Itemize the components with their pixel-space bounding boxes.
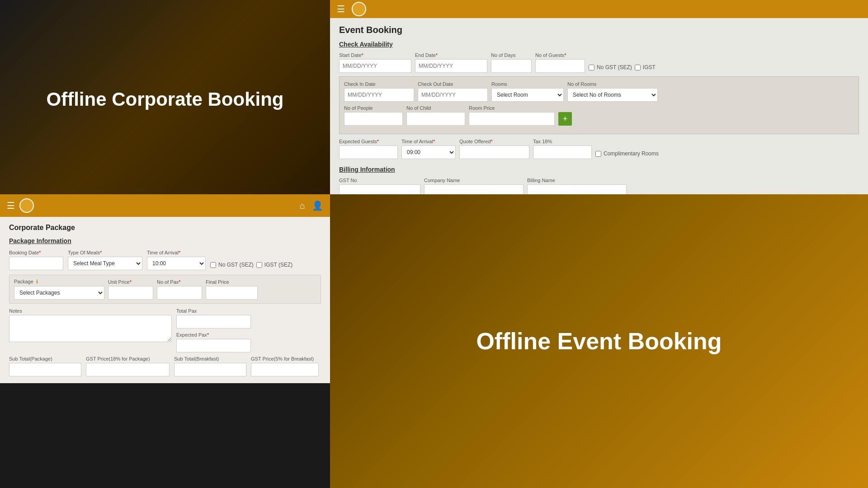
event-booking-panel: Event Booking Check Availability Start D… [330, 18, 868, 208]
corp-igst-label: IGST (SEZ) [256, 262, 292, 268]
gst-price-breakfast-label: GST Price(5% for Breakfast) [251, 356, 319, 361]
billing-information-section: Billing Information GST No Company Name … [339, 166, 859, 198]
corp-no-gst-checkbox[interactable] [210, 262, 216, 268]
corp-time-arrival-select[interactable]: 10:00 [147, 257, 206, 270]
expected-pax-label: Expected Pax [176, 332, 251, 338]
no-rooms-field: No of Rooms Select No of Rooms [567, 81, 658, 102]
guests-arrival-row: Expected Guests Time of Arrival 09:00 Qu… [339, 139, 859, 159]
gst-price-package-field: GST Price(18% for Package) [86, 356, 170, 376]
no-pax-input[interactable] [157, 286, 202, 300]
room-price-field: Room Price [469, 105, 555, 126]
sub-total-breakfast-field: Sub Total(Breakfast) [174, 356, 246, 376]
no-child-field: No of Child [406, 105, 465, 126]
expected-guests-field: Expected Guests [339, 139, 398, 159]
expected-pax-input[interactable] [176, 339, 251, 352]
tax18-input[interactable] [533, 145, 592, 159]
expected-guests-input[interactable] [339, 145, 398, 159]
corp-time-arrival-label: Time of Arrival [147, 250, 206, 255]
sub-total-package-label: Sub Total(Package) [9, 356, 81, 361]
no-gst-label: No GST (SEZ) [597, 64, 632, 70]
sub-total-package-field: Sub Total(Package) [9, 356, 81, 376]
booking-date-field: Booking Date 28/Dec/2023 [9, 250, 63, 270]
gst-price-breakfast-field: GST Price(5% for Breakfast) [251, 356, 319, 376]
no-rooms-select[interactable]: Select No of Rooms [567, 88, 658, 102]
corporate-package-title: Corporate Package [9, 224, 321, 232]
gst-price-package-input[interactable] [86, 363, 170, 376]
home-icon-button[interactable]: ⌂ [300, 201, 305, 211]
no-guests-input[interactable] [535, 59, 585, 73]
corp-igst-text: IGST (SEZ) [264, 262, 292, 268]
corp-igst-checkbox[interactable] [256, 262, 262, 268]
unit-price-input[interactable] [108, 286, 153, 300]
start-date-input[interactable] [339, 59, 411, 73]
complimentary-rooms-checkbox[interactable] [595, 151, 601, 157]
package-select[interactable]: Select Packages [14, 286, 104, 300]
date-row-1: Start Date End Date No of Days No of Gue… [339, 52, 859, 73]
gst-price-breakfast-input[interactable] [251, 363, 319, 376]
time-arrival-select[interactable]: 09:00 [401, 145, 456, 159]
subtotals-row: Sub Total(Package) GST Price(18% for Pac… [9, 356, 321, 376]
left-panel-corporate: Offline Corporate Booking [0, 0, 330, 199]
no-gst-checkbox[interactable] [589, 65, 594, 70]
add-room-button[interactable]: + [558, 112, 572, 126]
hamburger-icon-bottom[interactable]: ☰ [7, 200, 15, 211]
time-arrival-field: Time of Arrival 09:00 [401, 139, 456, 159]
right-header-bar: ☰ [330, 0, 868, 18]
end-date-input[interactable] [415, 59, 487, 73]
quote-offered-input[interactable] [459, 145, 529, 159]
avatar[interactable] [352, 2, 366, 16]
sub-total-breakfast-label: Sub Total(Breakfast) [174, 356, 246, 361]
room-price-label: Room Price [469, 105, 555, 111]
start-date-field: Start Date [339, 52, 411, 73]
no-child-input[interactable] [406, 112, 465, 126]
time-arrival-label: Time of Arrival [401, 139, 456, 144]
final-price-input[interactable] [206, 286, 258, 300]
bottom-nav-icons: ⌂ 👤 [300, 200, 323, 211]
package-selection-row: Package ℹ Select Packages Unit Price No … [9, 275, 321, 304]
no-days-input[interactable] [491, 59, 532, 73]
no-people-input[interactable] [344, 112, 403, 126]
checkin-label: Check In Date [344, 81, 414, 87]
bottom-nav-bar: ☰ ⌂ 👤 [0, 194, 330, 217]
room-row-2: No of People No of Child Room Price + [344, 105, 854, 126]
rooms-field: Rooms Select Room [491, 81, 564, 102]
notes-field: Notes [9, 308, 172, 352]
corporate-package-form: Corporate Package Package Information Bo… [0, 217, 330, 383]
final-price-field: Final Price [206, 279, 258, 300]
bottom-right-panel: Offline Event Booking [330, 194, 868, 488]
no-rooms-label: No of Rooms [567, 81, 658, 87]
notes-label: Notes [9, 308, 172, 314]
notes-textarea[interactable] [9, 315, 172, 342]
final-price-label: Final Price [206, 279, 258, 285]
booking-date-input[interactable]: 28/Dec/2023 [9, 257, 63, 270]
checkout-field: Check Out Date [418, 81, 488, 102]
user-icon-button[interactable]: 👤 [312, 200, 323, 211]
check-availability-title: Check Availability [339, 41, 859, 48]
booking-date-label: Booking Date [9, 250, 63, 255]
room-row-1: Check In Date Check Out Date Rooms Selec… [344, 81, 854, 102]
no-pax-field: No of Pax [157, 279, 202, 300]
total-pax-input[interactable] [176, 315, 251, 328]
hamburger-icon[interactable]: ☰ [337, 4, 345, 14]
package-info-row1: Booking Date 28/Dec/2023 Type Of Meals S… [9, 250, 321, 270]
type-of-meals-select[interactable]: Select Meal Type [68, 257, 142, 270]
sub-total-package-input[interactable] [9, 363, 81, 376]
bottom-avatar[interactable] [19, 198, 34, 213]
end-date-field: End Date [415, 52, 487, 73]
package-label-text: Package [14, 279, 33, 284]
room-info-section: Check In Date Check Out Date Rooms Selec… [339, 76, 859, 134]
no-child-label: No of Child [406, 105, 465, 111]
event-booking-bottom-title: Offline Event Booking [476, 328, 722, 355]
tax18-field: Tax 18% [533, 139, 592, 159]
checkout-input[interactable] [418, 88, 488, 102]
package-label: Package ℹ [14, 279, 104, 285]
checkin-input[interactable] [344, 88, 414, 102]
notes-totals-row: Notes Total Pax Expected Pax [9, 308, 321, 352]
company-name-label: Company Name [424, 178, 524, 183]
sub-total-breakfast-input[interactable] [174, 363, 246, 376]
room-price-input[interactable] [469, 112, 555, 126]
quote-offered-label: Quote Offered [459, 139, 529, 144]
igst-checkbox[interactable] [635, 65, 641, 70]
igst-checkbox-label: IGST [635, 64, 656, 70]
rooms-select[interactable]: Select Room [491, 88, 564, 102]
